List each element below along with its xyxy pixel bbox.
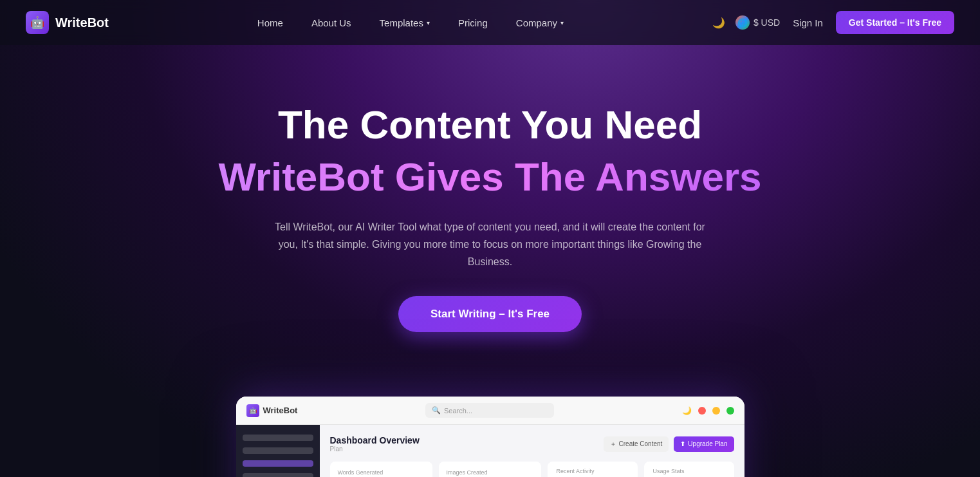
plus-icon: ＋: [610, 440, 616, 449]
logo-icon: 🤖: [26, 11, 49, 34]
hero-title-line1: The Content You Need: [26, 103, 954, 147]
side-card-label: Usage Stats: [653, 468, 725, 474]
card-label: Images Created: [447, 469, 533, 476]
dashboard-preview: 🤖 WriteBot 🔍 Search... 🌙: [0, 364, 980, 477]
chevron-down-icon: ▾: [427, 19, 430, 26]
dashboard-main: Dashboard Overview Plan ＋ Create Content…: [320, 425, 744, 477]
moon-icon: 🌙: [712, 17, 725, 29]
card-label: Words Generated: [338, 469, 425, 476]
dashboard-cards-row: Words Generated Images Created: [330, 462, 734, 477]
sidebar-item[interactable]: [243, 435, 313, 441]
hero-section: The Content You Need WriteBot Gives The …: [0, 45, 980, 364]
dashboard-header-row: Dashboard Overview Plan ＋ Create Content…: [330, 435, 734, 453]
search-placeholder-text: Search...: [444, 407, 472, 415]
window-logo-icon: 🤖: [246, 404, 259, 417]
dashboard-sidebar: [236, 425, 320, 477]
nav-item-pricing[interactable]: Pricing: [444, 11, 502, 35]
chevron-down-icon: ▾: [560, 19, 564, 26]
dashboard-title: Dashboard Overview: [330, 435, 420, 445]
nav-item-about[interactable]: About Us: [297, 11, 365, 35]
create-content-button[interactable]: ＋ Create Content: [604, 436, 669, 452]
sidebar-item[interactable]: [243, 447, 313, 454]
language-selector[interactable]: 🌐 $ USD: [735, 15, 780, 30]
flag-icon: 🌐: [735, 15, 750, 30]
get-started-button[interactable]: Get Started – It's Free: [836, 11, 954, 34]
dashboard-body: Dashboard Overview Plan ＋ Create Content…: [236, 425, 744, 477]
moon-icon-small: 🌙: [682, 406, 692, 415]
currency-label: $ USD: [753, 17, 780, 28]
cta-button[interactable]: Start Writing – It's Free: [398, 296, 582, 332]
nav-item-templates[interactable]: Templates ▾: [365, 11, 444, 35]
dashboard-card-1: Words Generated: [330, 462, 432, 477]
window-minimize-dot[interactable]: [712, 407, 720, 415]
side-card-label: Recent Activity: [557, 468, 629, 474]
hero-subtitle: Tell WriteBot, our AI Writer Tool what t…: [272, 218, 709, 271]
dashboard-side-card-1: Recent Activity: [548, 462, 638, 477]
nav-item-company[interactable]: Company ▾: [502, 11, 578, 35]
navbar: 🤖 WriteBot Home About Us Templates ▾ Pri…: [0, 0, 980, 45]
sidebar-item[interactable]: [243, 473, 313, 477]
dashboard-title-group: Dashboard Overview Plan: [330, 435, 420, 453]
nav-link-about[interactable]: About Us: [297, 11, 365, 35]
upgrade-plan-button[interactable]: ⬆ Upgrade Plan: [674, 436, 734, 452]
nav-link-company[interactable]: Company ▾: [502, 11, 578, 35]
nav-link-pricing[interactable]: Pricing: [444, 11, 502, 35]
nav-links: Home About Us Templates ▾ Pricing Compan…: [243, 11, 578, 35]
brand-name: WriteBot: [55, 15, 109, 30]
dashboard-subtitle: Plan: [330, 445, 420, 453]
window-search[interactable]: 🔍 Search...: [425, 403, 554, 418]
dashboard-card-2: Images Created: [439, 462, 541, 477]
nav-link-home[interactable]: Home: [243, 11, 297, 35]
window-controls: 🌙: [682, 406, 734, 415]
logo[interactable]: 🤖 WriteBot: [26, 11, 109, 34]
dashboard-side-card-2: Usage Stats: [644, 462, 734, 477]
sidebar-item-active[interactable]: [243, 460, 313, 467]
upgrade-icon: ⬆: [680, 440, 685, 447]
dark-mode-toggle[interactable]: 🌙: [712, 17, 725, 29]
nav-link-templates[interactable]: Templates ▾: [365, 11, 444, 35]
window-maximize-dot[interactable]: [726, 407, 734, 415]
nav-item-home[interactable]: Home: [243, 11, 297, 35]
nav-right: 🌙 🌐 $ USD Sign In Get Started – It's Fre…: [712, 11, 954, 34]
sign-in-button[interactable]: Sign In: [790, 12, 826, 33]
hero-title-line2: WriteBot Gives The Answers: [26, 153, 954, 201]
dashboard-window: 🤖 WriteBot 🔍 Search... 🌙: [236, 397, 744, 477]
dashboard-header-buttons: ＋ Create Content ⬆ Upgrade Plan: [604, 436, 734, 452]
search-icon: 🔍: [432, 406, 441, 415]
window-brand-name: WriteBot: [263, 406, 298, 415]
window-close-dot[interactable]: [698, 407, 706, 415]
window-bar: 🤖 WriteBot 🔍 Search... 🌙: [236, 397, 744, 425]
window-logo: 🤖 WriteBot: [246, 404, 298, 417]
